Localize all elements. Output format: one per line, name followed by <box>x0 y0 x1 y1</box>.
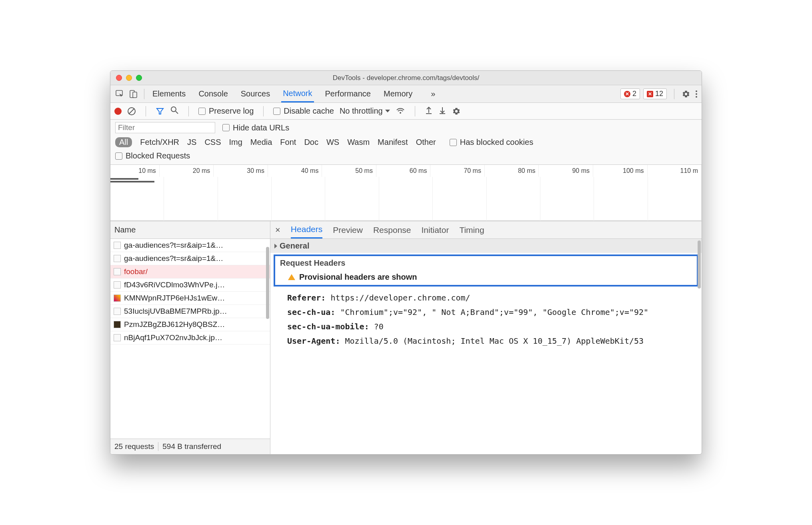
type-ws[interactable]: WS <box>326 138 339 147</box>
detail-body: General Request Headers Provisional head… <box>270 239 702 454</box>
tab-performance[interactable]: Performance <box>324 85 373 102</box>
type-all[interactable]: All <box>115 137 132 147</box>
header-value: ?0 <box>374 322 384 331</box>
type-css[interactable]: CSS <box>204 138 221 147</box>
svg-point-3 <box>696 90 697 92</box>
name-column-header[interactable]: Name <box>110 221 270 239</box>
type-doc[interactable]: Doc <box>304 138 318 147</box>
hide-data-urls-label: Hide data URLs <box>233 123 289 132</box>
tab-console[interactable]: Console <box>197 85 229 102</box>
request-row[interactable]: ga-audiences?t=sr&aip=1&… <box>110 239 270 252</box>
request-headers-list: Referer: https://developer.chrome.com/ s… <box>270 288 702 351</box>
search-icon[interactable] <box>170 106 179 116</box>
tab-timing[interactable]: Timing <box>459 221 484 238</box>
tab-memory[interactable]: Memory <box>382 85 414 102</box>
clear-icon[interactable] <box>127 107 136 116</box>
split-view: Name ga-audiences?t=sr&aip=1&… ga-audien… <box>110 221 702 454</box>
request-headers-toggle[interactable]: Request Headers <box>278 258 694 268</box>
network-settings-icon[interactable] <box>452 107 698 116</box>
waterfall-timeline[interactable]: 10 ms 20 ms 30 ms 40 ms 50 ms 60 ms 70 m… <box>110 165 702 221</box>
error-count-badge[interactable]: ✕ 2 <box>620 88 640 99</box>
separator <box>188 106 189 116</box>
throttling-select[interactable]: No throttling <box>340 106 390 116</box>
tab-headers[interactable]: Headers <box>291 221 322 238</box>
timeline-tick: 10 ms <box>110 165 160 177</box>
request-row[interactable]: fD43v6RiVCDlmo3WhVPe.j… <box>110 279 270 292</box>
import-har-icon[interactable] <box>425 106 433 116</box>
general-section-toggle[interactable]: General <box>270 239 702 253</box>
checkbox-icon <box>198 108 206 115</box>
request-row[interactable]: KMNWpnRJTP6eHJs1wEw… <box>110 292 270 305</box>
device-toolbar-icon[interactable] <box>126 88 140 100</box>
request-thumb-icon <box>114 255 121 262</box>
network-conditions-icon[interactable] <box>396 106 405 116</box>
filter-icon[interactable] <box>156 107 164 116</box>
header-row: User-Agent: Mozilla/5.0 (Macintosh; Inte… <box>287 334 694 348</box>
timeline-bar <box>110 181 154 182</box>
panel-tabs: Elements Console Sources Network Perform… <box>151 85 435 102</box>
request-row[interactable]: 53IuclsjUVBaBME7MPRb.jp… <box>110 305 270 318</box>
error-count: 2 <box>632 90 636 98</box>
window-title: DevTools - developer.chrome.com/tags/dev… <box>110 74 702 82</box>
timeline-tick: 80 ms <box>485 165 539 177</box>
scrollbar-thumb[interactable] <box>698 240 701 289</box>
filter-input[interactable] <box>115 122 215 133</box>
tab-network[interactable]: Network <box>281 85 314 102</box>
type-manifest[interactable]: Manifest <box>378 138 408 147</box>
request-thumb-icon <box>114 308 121 315</box>
header-row: Referer: https://developer.chrome.com/ <box>287 291 694 305</box>
record-button[interactable] <box>114 108 122 115</box>
type-fetchxhr[interactable]: Fetch/XHR <box>140 138 179 147</box>
tab-initiator[interactable]: Initiator <box>422 221 449 238</box>
request-row[interactable]: nBjAqf1PuX7O2nvJbJck.jp… <box>110 331 270 345</box>
type-filter-row: All Fetch/XHR JS CSS Img Media Font Doc … <box>115 137 697 147</box>
request-row[interactable]: PzmJZBgZBJ612Hy8QBSZ… <box>110 318 270 331</box>
request-row-selected[interactable]: foobar/ <box>110 265 270 279</box>
titlebar: DevTools - developer.chrome.com/tags/dev… <box>110 71 702 85</box>
hide-data-urls-checkbox[interactable]: Hide data URLs <box>222 123 289 132</box>
scrollbar-thumb[interactable] <box>266 247 269 319</box>
inspect-element-icon[interactable] <box>113 88 126 100</box>
close-detail-icon[interactable]: × <box>275 225 280 235</box>
request-name: 53IuclsjUVBaBME7MPRb.jp… <box>124 307 227 316</box>
tab-elements[interactable]: Elements <box>151 85 187 102</box>
request-thumb-icon <box>114 268 121 275</box>
request-row[interactable]: ga-audiences?t=sr&aip=1&… <box>110 252 270 265</box>
request-list-pane: Name ga-audiences?t=sr&aip=1&… ga-audien… <box>110 221 270 454</box>
settings-icon[interactable] <box>682 90 690 98</box>
preserve-log-label: Preserve log <box>209 106 254 116</box>
preserve-log-checkbox[interactable]: Preserve log <box>198 106 254 116</box>
type-other[interactable]: Other <box>416 138 436 147</box>
timeline-tick: 50 ms <box>322 165 376 177</box>
has-blocked-cookies-checkbox[interactable]: Has blocked cookies <box>450 138 533 147</box>
checkbox-icon <box>450 139 457 146</box>
type-js[interactable]: JS <box>187 138 196 147</box>
request-name: PzmJZBgZBJ612Hy8QBSZ… <box>124 320 225 329</box>
request-list-footer: 25 requests 594 B transferred <box>110 439 270 454</box>
request-rows: ga-audiences?t=sr&aip=1&… ga-audiences?t… <box>110 239 270 439</box>
type-wasm[interactable]: Wasm <box>347 138 370 147</box>
type-media[interactable]: Media <box>250 138 272 147</box>
disable-cache-checkbox[interactable]: Disable cache <box>273 106 334 116</box>
timeline-tick: 30 ms <box>214 165 268 177</box>
blocked-requests-label: Blocked Requests <box>126 151 190 160</box>
header-row: sec-ch-ua-mobile: ?0 <box>287 319 694 334</box>
request-name: nBjAqf1PuX7O2nvJbJck.jp… <box>124 333 222 342</box>
more-tabs-icon[interactable]: » <box>431 89 435 98</box>
type-font[interactable]: Font <box>280 138 296 147</box>
header-value: "Chromium";v="92", " Not A;Brand";v="99"… <box>340 307 648 317</box>
kebab-menu-icon[interactable] <box>694 90 699 98</box>
export-har-icon[interactable] <box>438 106 446 116</box>
separator <box>146 106 146 116</box>
request-detail-pane: × Headers Preview Response Initiator Tim… <box>270 221 702 454</box>
tab-preview[interactable]: Preview <box>333 221 363 238</box>
timeline-tick: 90 ms <box>539 165 593 177</box>
tab-sources[interactable]: Sources <box>239 85 272 102</box>
blocked-requests-checkbox[interactable]: Blocked Requests <box>115 151 190 160</box>
devtools-window: DevTools - developer.chrome.com/tags/dev… <box>110 70 702 455</box>
issue-count-badge[interactable]: ✕ 12 <box>643 88 667 99</box>
header-key: Referer: <box>287 293 326 303</box>
request-name: ga-audiences?t=sr&aip=1&… <box>124 241 223 250</box>
tab-response[interactable]: Response <box>373 221 411 238</box>
type-img[interactable]: Img <box>229 138 242 147</box>
